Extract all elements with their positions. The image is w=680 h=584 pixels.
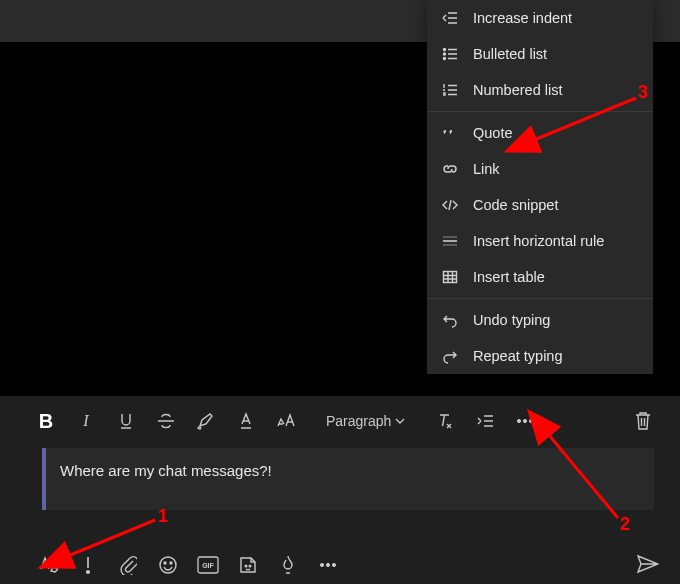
menu-item-code-snippet[interactable]: Code snippet	[427, 187, 653, 223]
svg-point-14	[249, 565, 251, 567]
menu-item-label: Increase indent	[473, 10, 572, 26]
font-size-button[interactable]	[266, 404, 306, 438]
gif-button[interactable]: GIF	[196, 553, 220, 577]
indent-increase-icon	[441, 9, 459, 27]
attach-button[interactable]	[116, 553, 140, 577]
delete-button[interactable]	[626, 404, 660, 438]
menu-item-label: Insert horizontal rule	[473, 233, 604, 249]
svg-rect-3	[444, 272, 457, 283]
svg-point-10	[170, 562, 172, 564]
formatting-toolbar: B I Paragraph	[26, 404, 666, 438]
bold-button[interactable]: B	[26, 404, 66, 438]
menu-item-increase-indent[interactable]: Increase indent	[427, 0, 653, 36]
format-toggle-button[interactable]	[36, 553, 60, 577]
code-icon	[441, 196, 459, 214]
svg-text:GIF: GIF	[202, 562, 214, 569]
highlight-button[interactable]	[186, 404, 226, 438]
menu-item-redo[interactable]: Repeat typing	[427, 338, 653, 374]
svg-point-5	[524, 419, 527, 422]
italic-label: I	[83, 412, 88, 430]
quote-icon	[441, 124, 459, 142]
compose-actions: GIF	[36, 550, 666, 580]
menu-item-link[interactable]: Link	[427, 151, 653, 187]
menu-item-label: Bulleted list	[473, 46, 547, 62]
underline-button[interactable]	[106, 404, 146, 438]
menu-item-quote[interactable]: Quote	[427, 115, 653, 151]
menu-item-label: Numbered list	[473, 82, 562, 98]
svg-point-6	[530, 419, 533, 422]
menu-item-label: Link	[473, 161, 500, 177]
undo-icon	[441, 311, 459, 329]
bold-label: B	[39, 410, 53, 433]
table-icon	[441, 268, 459, 286]
menu-item-undo[interactable]: Undo typing	[427, 302, 653, 338]
svg-point-17	[332, 563, 335, 566]
menu-item-label: Quote	[473, 125, 513, 141]
menu-item-insert-table[interactable]: Insert table	[427, 259, 653, 295]
emoji-button[interactable]	[156, 553, 180, 577]
menu-item-horizontal-rule[interactable]: Insert horizontal rule	[427, 223, 653, 259]
paragraph-style-dropdown[interactable]: Paragraph	[320, 404, 411, 438]
link-icon	[441, 160, 459, 178]
decrease-indent-button[interactable]	[465, 404, 505, 438]
svg-point-9	[164, 562, 166, 564]
svg-point-4	[518, 419, 521, 422]
italic-button[interactable]: I	[66, 404, 106, 438]
numbered-list-icon	[441, 81, 459, 99]
message-input[interactable]: Where are my chat messages?!	[42, 448, 654, 510]
sticker-button[interactable]	[236, 553, 260, 577]
svg-point-2	[444, 58, 446, 60]
menu-item-label: Repeat typing	[473, 348, 562, 364]
menu-item-label: Insert table	[473, 269, 545, 285]
svg-point-16	[326, 563, 329, 566]
font-color-button[interactable]	[226, 404, 266, 438]
svg-point-0	[444, 49, 446, 51]
bulleted-list-icon	[441, 45, 459, 63]
chevron-down-icon	[395, 416, 405, 427]
hr-icon	[441, 232, 459, 250]
more-options-menu: Increase indent Bulleted list Numbered l…	[427, 0, 653, 374]
more-actions-button[interactable]	[316, 553, 340, 577]
more-options-button[interactable]	[505, 404, 545, 438]
svg-point-7	[87, 571, 90, 574]
menu-item-numbered-list[interactable]: Numbered list	[427, 72, 653, 108]
menu-item-label: Undo typing	[473, 312, 550, 328]
paragraph-label: Paragraph	[326, 413, 391, 429]
clear-formatting-button[interactable]	[425, 404, 465, 438]
menu-item-label: Code snippet	[473, 197, 558, 213]
svg-point-1	[444, 53, 446, 55]
svg-point-13	[245, 565, 247, 567]
importance-button[interactable]	[76, 553, 100, 577]
message-text: Where are my chat messages?!	[60, 462, 272, 479]
send-button[interactable]	[634, 550, 662, 578]
redo-icon	[441, 347, 459, 365]
menu-item-bulleted-list[interactable]: Bulleted list	[427, 36, 653, 72]
praise-button[interactable]	[276, 553, 300, 577]
strikethrough-button[interactable]	[146, 404, 186, 438]
svg-point-15	[320, 563, 323, 566]
